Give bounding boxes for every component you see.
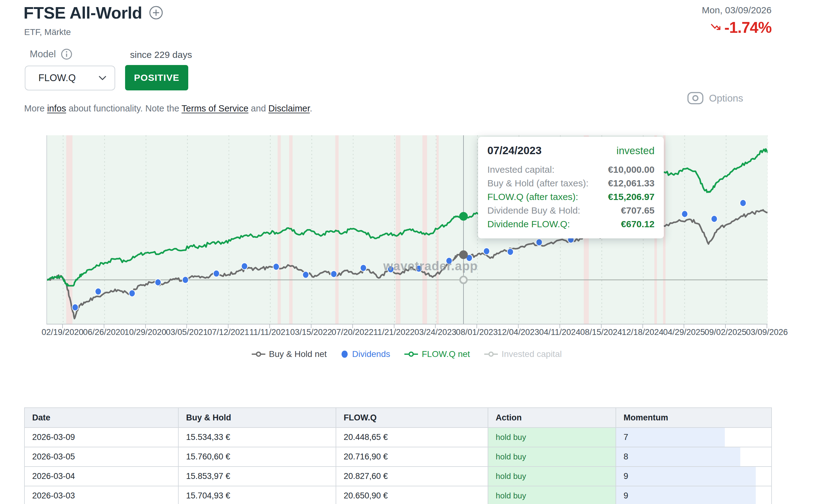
tooltip-row-label: Buy & Hold (after taxes): [487, 176, 589, 190]
dividend-dot[interactable] [483, 248, 489, 254]
x-tick-label: 09/02/2025 [705, 328, 746, 337]
dividend-dot[interactable] [507, 248, 513, 255]
momentum-value: 9 [616, 491, 628, 500]
dividend-dot[interactable] [182, 276, 189, 283]
dividend-dot[interactable] [95, 288, 101, 295]
terms-of-service-link[interactable]: Terms of Service [181, 103, 248, 113]
dividend-dot[interactable] [681, 211, 688, 217]
tooltip-row-label: Dividende FLOW.Q: [487, 217, 570, 231]
date-cell: 2026-03-03 [24, 486, 178, 504]
momentum-bar [616, 428, 725, 447]
trend-down-icon [710, 22, 723, 33]
buyhold-marker [459, 250, 468, 259]
options-icon [687, 91, 704, 105]
momentum-value: 8 [616, 452, 628, 461]
x-tick-label: 07/20/2022 [332, 328, 373, 337]
chart-legend: Buy & Hold net Dividends FLOW.Q net Inve… [46, 349, 767, 359]
momentum-cell: 7 [616, 428, 772, 447]
legend-item-flowq[interactable]: FLOW.Q net [404, 349, 470, 359]
buy-hold-cell: 15.704,93 € [178, 486, 336, 504]
tooltip-row: Invested capital:€10,000.00 [487, 163, 655, 176]
table-row: 2026-03-0515.760,60 €20.716,90 €hold buy… [24, 447, 772, 467]
legend-item-buy-hold[interactable]: Buy & Hold net [252, 349, 327, 359]
legend-item-invested[interactable]: Invested capital [484, 349, 562, 359]
tooltip-row-value: €12,061.33 [608, 176, 655, 190]
legend-label: Invested capital [502, 349, 562, 359]
column-header: Momentum [616, 408, 772, 428]
dividend-dot[interactable] [155, 279, 161, 286]
since-days-text: since 229 days [130, 50, 192, 60]
buy-hold-cell: 15.760,60 € [178, 447, 336, 467]
momentum-bar [616, 467, 756, 486]
legend-item-dividends[interactable]: Dividends [341, 349, 390, 359]
dividend-dot[interactable] [241, 263, 248, 270]
x-axis-labels: 02/19/202006/26/202010/29/202003/05/2021… [46, 328, 767, 339]
info-icon[interactable] [61, 48, 72, 60]
current-date: Mon, 03/09/2026 [702, 5, 772, 15]
disclaimer-link[interactable]: Disclaimer [268, 103, 310, 113]
dividend-dot[interactable] [213, 270, 220, 277]
model-label: Model [30, 49, 56, 60]
chart-tooltip: 07/24/2023 invested Invested capital:€10… [478, 137, 664, 238]
x-tick-label: 11/11/2021 [249, 328, 290, 337]
action-cell: hold buy [488, 486, 616, 504]
tooltip-invested-tag: invested [616, 145, 655, 157]
tooltip-row-label: Dividende Buy & Hold: [487, 204, 580, 217]
dot-marker-icon [341, 350, 348, 358]
links-text: . [310, 103, 312, 113]
date-cell: 2026-03-04 [24, 467, 178, 486]
dividend-dot[interactable] [273, 263, 279, 270]
dividend-dot[interactable] [129, 290, 135, 297]
x-tick-label: 08/01/2023 [456, 328, 498, 337]
dividend-dot[interactable] [536, 239, 542, 246]
x-tick-label: 10/29/2020 [124, 328, 166, 337]
negative-period-stripe [335, 135, 339, 324]
wavetrader-page: FTSE All-World ETF, Märkte Model since 2… [0, 0, 818, 504]
chevron-down-icon [98, 76, 107, 80]
action-cell: hold buy [488, 447, 616, 467]
chart-plot-area[interactable]: wavetrader.app 07/24/2023 invested Inves… [46, 135, 768, 324]
flowq-cell: 20.650,90 € [336, 486, 488, 504]
buy-hold-cell: 15.534,33 € [178, 428, 336, 447]
momentum-cell: 8 [616, 447, 772, 467]
tooltip-row-value: €670.12 [621, 217, 655, 231]
model-select[interactable]: FLOW.Q [25, 66, 115, 90]
signal-positive-button[interactable]: POSITIVE [125, 65, 188, 90]
invested-marker [460, 276, 467, 283]
daily-change-percent: -1.74% [724, 19, 772, 37]
x-tick-label: 12/04/2023 [497, 328, 539, 337]
tooltip-row-value: €707.65 [621, 204, 655, 217]
line-marker-icon [252, 351, 265, 357]
add-to-watchlist-icon[interactable] [149, 6, 163, 20]
date-cell: 2026-03-09 [24, 428, 178, 447]
dividend-dot[interactable] [302, 272, 309, 278]
infos-link[interactable]: infos [47, 103, 66, 113]
momentum-bar [616, 486, 756, 504]
tooltip-row: Dividende FLOW.Q:€670.12 [487, 217, 655, 231]
column-header: FLOW.Q [336, 408, 488, 428]
tooltip-row-value: €10,000.00 [608, 163, 655, 176]
tooltip-row: Buy & Hold (after taxes):€12,061.33 [487, 176, 655, 190]
links-text: More [24, 103, 47, 113]
model-row: Model [30, 48, 72, 60]
options-label: Options [709, 93, 743, 104]
links-text: about functionality. Note the [66, 103, 181, 113]
dividend-dot[interactable] [72, 304, 78, 311]
signals-table: DateBuy & HoldFLOW.QActionMomentum 2026-… [24, 407, 772, 504]
page-title: FTSE All-World [24, 3, 142, 22]
column-header: Date [24, 408, 178, 428]
dividend-dot[interactable] [360, 264, 367, 271]
options-button[interactable]: Options [687, 91, 743, 105]
tooltip-row-value: €15,206.97 [608, 190, 655, 204]
daily-change-row: -1.74% [702, 19, 772, 37]
dividend-dot[interactable] [711, 215, 717, 222]
tooltip-row-label: Invested capital: [487, 163, 555, 176]
flowq-cell: 20.716,90 € [336, 447, 488, 467]
links-text: and [248, 103, 268, 113]
dividend-dot[interactable] [740, 200, 746, 206]
legend-label: FLOW.Q net [422, 349, 470, 359]
dividend-dot[interactable] [331, 271, 337, 277]
tooltip-date: 07/24/2023 [487, 144, 542, 157]
table-header-row: DateBuy & HoldFLOW.QActionMomentum [24, 408, 772, 428]
line-marker-icon [484, 351, 498, 357]
